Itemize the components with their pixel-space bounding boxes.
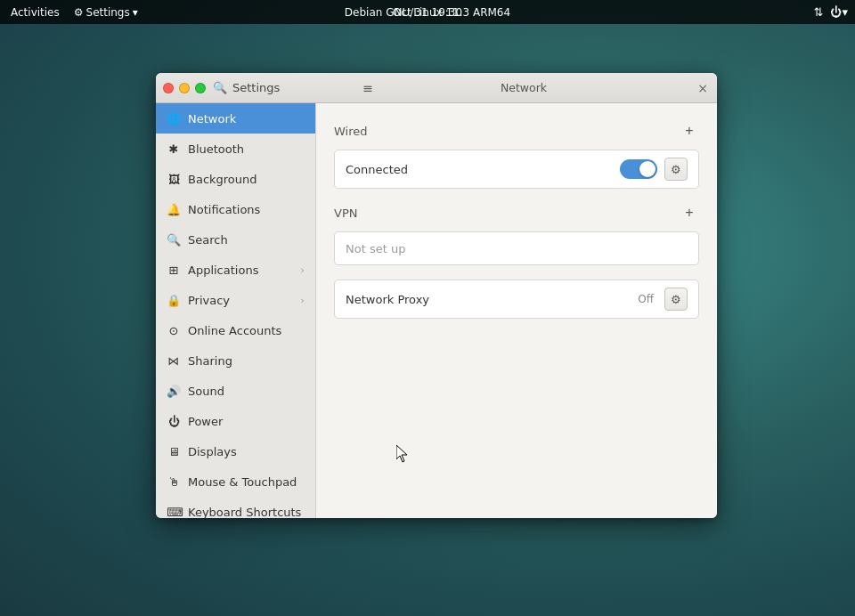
sidebar-item-online-accounts[interactable]: ⊙ Online Accounts (156, 315, 315, 345)
sidebar-item-network[interactable]: 🌐 Network (156, 103, 315, 134)
window-controls (163, 83, 206, 93)
settings-label: Settings (86, 6, 130, 19)
topbar-right: ⇅ ⏻▾ (814, 5, 848, 19)
sidebar-item-sharing[interactable]: ⋈ Sharing (156, 345, 315, 376)
wired-section-header: Wired + (334, 121, 699, 141)
window-maximize-button[interactable] (195, 83, 206, 93)
wired-toggle-switch[interactable] (620, 159, 657, 179)
background-icon: 🖼 (167, 173, 181, 186)
vpn-section-header: VPN + (334, 203, 699, 223)
window-main-title: Network (501, 81, 547, 94)
proxy-status-label: Off (638, 293, 654, 305)
topbar-datetime-area: Oct 31 19:30 (393, 0, 462, 24)
desktop: 🔍 Settings ≡ Network × 🌐 Network ✱ (0, 24, 855, 616)
hamburger-menu-button[interactable]: ≡ (362, 81, 373, 95)
sound-icon: 🔊 (167, 385, 181, 398)
titlebar-settings-label: Settings (232, 81, 280, 94)
sidebar-item-sound[interactable]: 🔊 Sound (156, 376, 315, 406)
topbar-left: Activities ⚙ Settings ▾ (7, 4, 138, 20)
sidebar-item-power[interactable]: ⏻ Power (156, 406, 315, 436)
vpn-not-setup-card: Not set up (334, 231, 699, 265)
proxy-gear-icon: ⚙ (671, 293, 681, 306)
activities-button[interactable]: Activities (7, 4, 63, 20)
sidebar-item-keyboard-shortcuts[interactable]: ⌨ Keyboard Shortcuts (156, 497, 315, 518)
wired-connected-item: Connected ⚙ (335, 150, 698, 188)
vpn-not-setup-label: Not set up (346, 242, 405, 255)
power-icon: ⏻ (167, 415, 181, 428)
mouse-icon: 🖱 (167, 475, 181, 489)
vpn-add-button[interactable]: + (680, 203, 699, 223)
vpn-section: VPN + Not set up (334, 203, 699, 265)
sidebar-sharing-label: Sharing (188, 354, 232, 368)
sidebar-mouse-label: Mouse & Touchpad (188, 475, 297, 489)
titlebar-search-icon: 🔍 (213, 81, 227, 94)
notifications-icon: 🔔 (167, 203, 181, 216)
sidebar-item-privacy[interactable]: 🔒 Privacy › (156, 285, 315, 315)
window-titlebar: 🔍 Settings ≡ Network × (156, 73, 717, 103)
sidebar-item-displays[interactable]: 🖥 Displays (156, 436, 315, 466)
sidebar-background-label: Background (188, 173, 257, 186)
wired-gear-button[interactable]: ⚙ (664, 158, 688, 181)
keyboard-icon: ⌨ (167, 506, 181, 519)
sidebar-network-label: Network (188, 112, 236, 126)
network-icon: 🌐 (167, 112, 181, 126)
displays-icon: 🖥 (167, 445, 181, 458)
window-close-x-button[interactable]: × (697, 81, 708, 95)
sidebar-keyboard-label: Keyboard Shortcuts (188, 506, 301, 519)
sidebar-applications-label: Applications (188, 263, 258, 277)
window-close-button[interactable] (163, 83, 174, 93)
datetime-label: Oct 31 19:30 (393, 6, 462, 19)
wired-section-title: Wired (334, 125, 368, 138)
proxy-item: Network Proxy Off ⚙ (335, 280, 698, 318)
system-menu-icon[interactable]: ⏻▾ (830, 5, 848, 19)
proxy-label: Network Proxy (346, 293, 631, 306)
online-accounts-icon: ⊙ (167, 324, 181, 337)
search-sidebar-icon: 🔍 (167, 233, 181, 247)
settings-gear-icon: ⚙ (74, 6, 84, 19)
network-status-icon: ⇅ (814, 5, 824, 19)
sidebar-power-label: Power (188, 415, 223, 428)
bluetooth-icon: ✱ (167, 142, 181, 156)
sidebar-privacy-label: Privacy (188, 294, 230, 307)
topbar: Activities ⚙ Settings ▾ Debian GNU/Linux… (0, 0, 855, 24)
sidebar-item-bluetooth[interactable]: ✱ Bluetooth (156, 134, 315, 164)
applications-icon: ⊞ (167, 263, 181, 277)
sidebar-sound-label: Sound (188, 385, 224, 398)
sidebar-bluetooth-label: Bluetooth (188, 142, 244, 156)
main-content-area: Wired + Connected ⚙ VPN (316, 103, 717, 518)
sidebar-search-label: Search (188, 233, 228, 247)
settings-arrow-icon: ▾ (133, 6, 138, 19)
titlebar-sidebar-area: 🔍 Settings ≡ (213, 81, 373, 95)
wired-add-button[interactable]: + (680, 121, 699, 141)
privacy-icon: 🔒 (167, 294, 181, 307)
settings-menu-button[interactable]: ⚙ Settings ▾ (74, 6, 138, 19)
sidebar-item-background[interactable]: 🖼 Background (156, 164, 315, 194)
sidebar-displays-label: Displays (188, 445, 237, 458)
network-title: Network (501, 81, 547, 94)
settings-window: 🔍 Settings ≡ Network × 🌐 Network ✱ (156, 73, 717, 518)
wired-gear-icon: ⚙ (671, 163, 681, 176)
wired-network-card: Connected ⚙ (334, 150, 699, 189)
network-proxy-card: Network Proxy Off ⚙ (334, 280, 699, 319)
sidebar-item-notifications[interactable]: 🔔 Notifications (156, 194, 315, 224)
privacy-chevron-icon: › (301, 295, 305, 306)
settings-sidebar: 🌐 Network ✱ Bluetooth 🖼 Background 🔔 Not… (156, 103, 316, 518)
sidebar-item-search[interactable]: 🔍 Search (156, 224, 315, 255)
proxy-gear-button[interactable]: ⚙ (664, 288, 688, 311)
sidebar-notifications-label: Notifications (188, 203, 260, 216)
sidebar-item-mouse-touchpad[interactable]: 🖱 Mouse & Touchpad (156, 466, 315, 497)
window-minimize-button[interactable] (179, 83, 190, 93)
wired-connected-label: Connected (346, 163, 613, 176)
sharing-icon: ⋈ (167, 354, 181, 368)
applications-chevron-icon: › (301, 264, 305, 276)
vpn-section-title: VPN (334, 207, 357, 220)
window-body: 🌐 Network ✱ Bluetooth 🖼 Background 🔔 Not… (156, 103, 717, 518)
sidebar-item-applications[interactable]: ⊞ Applications › (156, 255, 315, 285)
sidebar-online-accounts-label: Online Accounts (188, 324, 281, 337)
